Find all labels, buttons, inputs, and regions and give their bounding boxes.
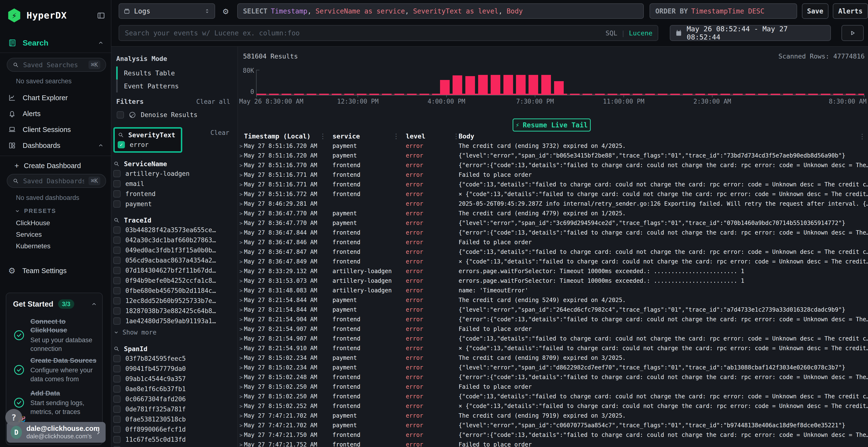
expand-row-chevron[interactable]: >	[238, 307, 244, 313]
create-dashboard-button[interactable]: + Create Dashboard	[14, 161, 104, 171]
filter-checkbox[interactable]	[113, 355, 121, 362]
table-row[interactable]: >May 27 8:31:53.073 AMartillery-loadgene…	[238, 276, 868, 286]
expand-row-chevron[interactable]: >	[238, 220, 244, 226]
histogram-bar[interactable]	[516, 75, 526, 95]
table-row[interactable]: >May 27 8:15:02.234 AMpaymenterror{"leve…	[238, 363, 868, 372]
expand-row-chevron[interactable]: >	[238, 172, 244, 178]
event-search-input[interactable]	[124, 29, 606, 37]
column-level[interactable]: level	[399, 133, 453, 140]
expand-row-chevron[interactable]: >	[238, 201, 244, 207]
expand-row-chevron[interactable]: >	[238, 162, 244, 168]
filter-checkbox[interactable]	[113, 190, 121, 198]
sidebar-item-alerts[interactable]: Alerts	[8, 108, 104, 119]
table-row[interactable]: >May 27 8:51:16.770 AMfrontenderror{"err…	[238, 161, 868, 170]
presets-toggle[interactable]: PRESETS	[14, 208, 56, 214]
filter-value-row[interactable]: 0ae8e1f6c6b37fb1	[113, 384, 238, 394]
filter-value-row[interactable]: 12ec8dd52b60b9525733b7e…	[113, 296, 238, 306]
filter-value-row[interactable]: 0ff8990066efcf1d	[113, 424, 238, 435]
expand-row-chevron[interactable]: >	[238, 249, 244, 255]
expand-row-chevron[interactable]: >	[238, 239, 244, 245]
resume-live-tail-button[interactable]: ⚡ Resume Live Tail	[513, 118, 591, 132]
filter-checkbox[interactable]	[113, 297, 121, 304]
column-body[interactable]: Body	[459, 133, 868, 140]
histogram-bar[interactable]	[541, 75, 551, 95]
expand-row-chevron[interactable]: >	[238, 374, 244, 380]
help-button[interactable]: ?	[5, 409, 22, 426]
filter-clear-button[interactable]: Clear	[211, 129, 229, 136]
filter-value-row[interactable]: ✓error	[118, 140, 178, 150]
table-row[interactable]: >May 27 8:46:29.281 AMerror2025-05-26T09…	[238, 199, 868, 209]
filter-checkbox[interactable]	[113, 365, 121, 372]
histogram-bar[interactable]	[478, 75, 488, 95]
sidebar-item-client-sessions[interactable]: Client Sessions	[8, 124, 104, 135]
chevron-up-icon[interactable]	[91, 301, 97, 308]
histogram-bar[interactable]	[440, 80, 450, 95]
filter-checkbox[interactable]	[113, 180, 121, 187]
table-row[interactable]: >May 27 8:36:47.770 AMpaymenterrorThe cr…	[238, 209, 868, 218]
expand-row-chevron[interactable]: >	[238, 422, 244, 428]
sidebar-item-team-settings[interactable]: ⚙ Team Settings	[8, 265, 104, 276]
table-row[interactable]: >May 27 8:21:54.907 AMfrontenderrorFaile…	[238, 324, 868, 334]
filter-checkbox[interactable]	[113, 287, 121, 294]
filter-value-row[interactable]: 03f7b824595feec5	[113, 353, 238, 364]
source-select[interactable]: Logs	[119, 3, 215, 19]
expand-row-chevron[interactable]: >	[238, 182, 244, 187]
filter-checkbox[interactable]	[113, 200, 121, 208]
table-row[interactable]: >May 27 8:36:47.847 AMfrontenderror{"cod…	[238, 247, 868, 257]
filter-checkbox[interactable]	[113, 247, 121, 254]
column-timestamp[interactable]: Timestamp (Local)	[244, 133, 319, 140]
expand-row-chevron[interactable]: >	[238, 153, 244, 159]
filter-value-row[interactable]: 18287038b73e882425c64b8…	[113, 306, 238, 316]
histogram-bar[interactable]	[528, 75, 538, 95]
filter-value-row[interactable]: 049ed0ac3fdb1f3f15a0b0b…	[113, 245, 238, 255]
table-row[interactable]: >May 27 8:15:02.248 AMfrontenderror{"err…	[238, 372, 868, 382]
expand-row-chevron[interactable]: >	[238, 442, 244, 447]
toggle-lucene[interactable]: Lucene	[629, 29, 652, 37]
collapse-sidebar-icon[interactable]	[97, 11, 105, 20]
filter-value-row[interactable]: 09ab1c4544c9a357	[113, 374, 238, 384]
table-row[interactable]: >May 27 8:51:16.772 AMfrontenderror× {"c…	[238, 189, 868, 199]
table-row[interactable]: >May 27 8:21:54.907 AMfrontenderror{"cod…	[238, 334, 868, 343]
order-by-input[interactable]: ORDER BY TimestampTime DESC	[650, 3, 797, 19]
table-row[interactable]: >May 27 8:15:02.250 AMfrontenderror{"cod…	[238, 391, 868, 401]
table-row[interactable]: >May 27 7:47:21.702 AMpaymenterrorThe cr…	[238, 411, 868, 420]
filter-value-row[interactable]: 0fae5381230518cb	[113, 414, 238, 424]
table-row[interactable]: >May 27 8:51:16.771 AMfrontenderror{"cod…	[238, 180, 868, 189]
table-options-handle[interactable]: ⋮	[859, 133, 866, 140]
filter-checkbox[interactable]: ✓	[118, 141, 125, 148]
expand-row-chevron[interactable]: >	[238, 268, 244, 274]
filter-value-row[interactable]: 042a30c3dc1baf660b27863…	[113, 235, 238, 245]
clear-all-button[interactable]: Clear all	[196, 98, 230, 105]
histogram-bar[interactable]	[465, 76, 475, 95]
histogram-bar[interactable]	[554, 81, 564, 95]
saved-searches-input[interactable]	[23, 61, 85, 69]
analysis-mode-event-patterns[interactable]: Event Patterns	[116, 79, 233, 93]
preset-services[interactable]: Services	[16, 231, 42, 238]
filter-checkbox[interactable]	[113, 267, 121, 274]
chevron-up-icon[interactable]	[97, 142, 104, 149]
filter-checkbox[interactable]	[113, 406, 121, 413]
filter-checkbox[interactable]	[113, 385, 121, 392]
filter-value-row[interactable]: email	[113, 179, 238, 189]
saved-dashboards-input[interactable]	[23, 177, 85, 185]
source-settings-button[interactable]: ⚙	[218, 3, 233, 19]
table-row[interactable]: >May 27 8:36:47.770 AMpaymenterror{"leve…	[238, 218, 868, 228]
histogram-bar[interactable]	[503, 75, 513, 95]
expand-row-chevron[interactable]: >	[238, 355, 244, 361]
expand-row-chevron[interactable]: >	[238, 143, 244, 149]
expand-row-chevron[interactable]: >	[238, 336, 244, 342]
expand-row-chevron[interactable]: >	[238, 413, 244, 419]
expand-row-chevron[interactable]: >	[238, 432, 244, 438]
filter-checkbox[interactable]	[113, 277, 121, 284]
preset-kubernetes[interactable]: Kubernetes	[16, 242, 51, 250]
analysis-mode-results-table[interactable]: Results Table	[116, 66, 233, 79]
filter-value-row[interactable]: 0de781ff325a781f	[113, 404, 238, 414]
table-row[interactable]: >May 27 8:36:47.846 AMfrontenderrorFaile…	[238, 238, 868, 247]
expand-row-chevron[interactable]: >	[238, 345, 244, 351]
filter-value-row[interactable]: 07d184304627bf2f11b67dd…	[113, 265, 238, 276]
table-row[interactable]: >May 27 8:15:02.252 AMfrontenderror× {"c…	[238, 401, 868, 411]
table-row[interactable]: >May 27 8:21:54.844 AMpaymenterrorThe cr…	[238, 295, 868, 305]
filter-value-row[interactable]: 03b44828f42a3573ea655ce…	[113, 225, 238, 235]
filter-value-row[interactable]: 0f94b9befe0b4252ccfa1c8…	[113, 276, 238, 286]
table-row[interactable]: >May 27 7:47:21.702 AMpaymenterror{"leve…	[238, 420, 868, 430]
